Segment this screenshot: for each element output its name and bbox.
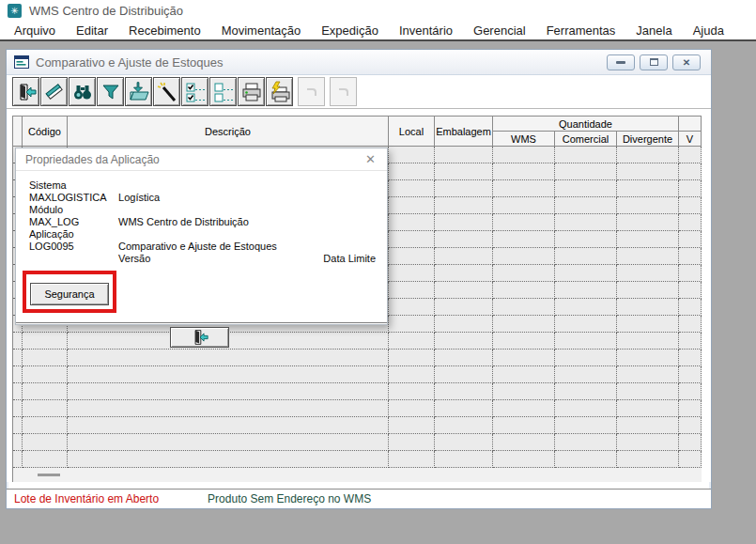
table-row[interactable] (13, 400, 702, 417)
table-cell (23, 350, 68, 366)
menu-ferramentas[interactable]: Ferramentas (536, 22, 626, 39)
menu-arquivo[interactable]: Arquivo (4, 22, 66, 39)
table-cell (493, 197, 555, 214)
table-cell (389, 282, 435, 299)
table-cell (555, 265, 617, 282)
close-button[interactable]: ✕ (672, 54, 701, 70)
print-button[interactable] (238, 77, 265, 106)
table-cell (389, 248, 435, 265)
table-cell (23, 400, 68, 417)
table-cell (389, 214, 435, 231)
dialog-title-bar[interactable]: Propriedades da Aplicação ✕ (16, 148, 387, 171)
table-cell (555, 163, 617, 180)
table-cell (435, 282, 493, 299)
table-cell (435, 265, 493, 282)
versao-label: Versão (118, 253, 150, 264)
table-cell (435, 350, 493, 366)
data-limite-label: Data Limite (323, 253, 376, 265)
table-cell (389, 265, 435, 282)
table-cell (555, 214, 617, 231)
properties-dialog: Propriedades da Aplicação ✕ Sistema MAXL… (15, 148, 388, 325)
import-button[interactable] (125, 77, 152, 106)
menu-expedicao[interactable]: Expedição (311, 22, 389, 39)
table-cell (493, 163, 555, 180)
aplicacao-value: Comparativo e Ajuste de Estoques (118, 241, 277, 252)
child-title-bar[interactable]: Comparativo e Ajuste de Estoques ✕ (7, 50, 711, 75)
table-cell (23, 451, 68, 468)
table-cell (493, 299, 555, 316)
exit-button[interactable] (12, 77, 39, 106)
table-cell (679, 214, 702, 231)
menu-movimentacao[interactable]: Movimentação (211, 22, 312, 39)
table-row[interactable] (13, 417, 702, 434)
seguranca-button[interactable]: Segurança (30, 283, 109, 305)
dialog-close-icon[interactable]: ✕ (363, 152, 378, 166)
form-icon (14, 55, 29, 69)
menu-ajuda[interactable]: Ajuda (683, 22, 734, 39)
dialog-exit-button[interactable] (170, 327, 229, 348)
table-cell (555, 333, 617, 350)
table-cell (13, 451, 23, 468)
modulo-code: MAX_LOG (29, 216, 116, 228)
import-folder-icon (128, 81, 150, 103)
table-cell (435, 400, 493, 417)
table-cell (389, 299, 435, 316)
check-all-button[interactable] (181, 77, 208, 106)
table-cell (13, 434, 23, 451)
horizontal-scrollbar[interactable] (12, 468, 702, 482)
table-cell (68, 417, 389, 434)
quick-print-button[interactable] (266, 77, 293, 106)
table-cell (435, 147, 493, 163)
table-row[interactable] (13, 333, 702, 350)
table-row[interactable] (13, 383, 702, 400)
search-button[interactable] (69, 77, 96, 106)
table-row[interactable] (13, 366, 702, 383)
table-cell (435, 383, 493, 400)
filter-icon (100, 81, 122, 103)
table-cell (13, 400, 23, 417)
table-cell (617, 383, 679, 400)
table-cell (617, 316, 679, 333)
filter-button[interactable] (97, 77, 124, 106)
scrollbar-thumb[interactable] (38, 474, 60, 476)
maximize-button[interactable] (640, 54, 668, 70)
menu-gerencial[interactable]: Gerencial (463, 22, 536, 39)
app-icon: ✳ (8, 4, 22, 18)
table-cell (679, 299, 702, 316)
table-cell (679, 451, 702, 468)
table-cell (68, 434, 389, 451)
table-row[interactable] (13, 434, 702, 451)
dialog-divider (16, 322, 387, 323)
magic-wand-icon (156, 81, 178, 103)
modulo-value: WMS Centro de Distribuição (118, 216, 249, 227)
col-extra-top (679, 117, 702, 132)
uncheck-all-button[interactable] (209, 77, 237, 106)
legend-open-lot: Lote de Inventário em Aberto (14, 492, 159, 505)
wand-button[interactable] (153, 77, 180, 106)
table-cell (555, 231, 617, 248)
minimize-button[interactable] (607, 54, 635, 70)
table-cell (389, 451, 435, 468)
menu-editar[interactable]: Editar (66, 22, 118, 39)
table-cell (389, 383, 435, 400)
col-local: Local (389, 117, 435, 147)
table-row[interactable] (13, 350, 702, 366)
table-cell (555, 400, 617, 417)
menu-recebimento[interactable]: Recebimento (118, 22, 211, 39)
table-row[interactable] (13, 451, 702, 468)
table-cell (493, 265, 555, 282)
field-label-aplicacao: Aplicação (29, 228, 378, 241)
title-bar: ✳ WMS Centro de Distribuição (0, 0, 756, 21)
menu-janela[interactable]: Janela (625, 22, 682, 39)
field-sistema: MAXLOGISTICA Logística (29, 192, 378, 204)
check-all-icon (184, 81, 207, 103)
table-cell (555, 248, 617, 265)
col-group-quantidade: Quantidade (493, 117, 679, 132)
table-cell (435, 214, 493, 231)
eraser-button[interactable] (40, 77, 68, 106)
close-icon: ✕ (683, 57, 690, 68)
table-cell (617, 350, 679, 366)
menu-inventario[interactable]: Inventário (389, 22, 463, 39)
col-divergente: Divergente (617, 132, 679, 147)
field-modulo: MAX_LOG WMS Centro de Distribuição (29, 216, 378, 228)
